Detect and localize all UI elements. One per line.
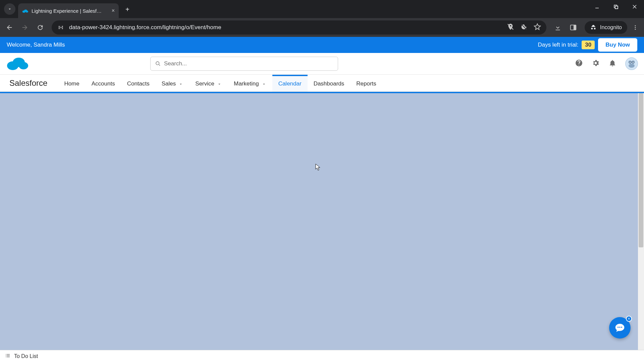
salesforce-favicon-icon: [22, 8, 28, 13]
location-blocked-icon[interactable]: [507, 23, 514, 32]
bookmark-star-icon[interactable]: [534, 23, 541, 32]
site-settings-icon[interactable]: [57, 24, 64, 31]
trial-banner: Welcome, Sandra Mills Days left in trial…: [0, 37, 644, 53]
chat-icon: [614, 322, 625, 333]
svg-rect-14: [574, 25, 576, 30]
nav-tab-label: Reports: [356, 80, 376, 87]
incognito-icon: [590, 24, 597, 31]
todo-list-label[interactable]: To Do List: [14, 353, 38, 359]
nav-tab-accounts[interactable]: Accounts: [86, 75, 121, 92]
browser-forward-button[interactable]: [18, 21, 32, 34]
nav-tab-label: Home: [64, 80, 79, 87]
browser-url: data-power-3424.lightning.force.com/ligh…: [69, 24, 502, 31]
todo-list-icon[interactable]: [5, 353, 11, 360]
window-maximize-button[interactable]: [606, 0, 625, 13]
window-close-button[interactable]: [625, 0, 644, 13]
tab-close-icon[interactable]: ×: [112, 8, 115, 14]
chat-fab-close-icon[interactable]: ×: [626, 316, 632, 322]
scrollbar-thumb[interactable]: [639, 93, 643, 247]
app-nav-bar: Salesforce HomeAccountsContactsSalesServ…: [0, 74, 644, 92]
mouse-cursor-icon: [315, 164, 321, 171]
user-avatar[interactable]: [625, 57, 638, 70]
browser-titlebar: Lightning Experience | Salesforc × +: [0, 0, 644, 18]
nav-tab-home[interactable]: Home: [58, 75, 85, 92]
nav-tab-label: Dashboards: [314, 80, 344, 87]
global-search-input[interactable]: Search...: [150, 57, 338, 71]
browser-reload-button[interactable]: [34, 21, 47, 34]
window-controls: [588, 0, 644, 13]
welcome-text: Welcome, Sandra Mills: [7, 42, 65, 48]
page-root: Welcome, Sandra Mills Days left in trial…: [0, 37, 644, 362]
svg-point-15: [635, 25, 636, 26]
incognito-indicator[interactable]: Incognito: [585, 21, 627, 34]
cookies-blocked-icon[interactable]: [520, 23, 528, 32]
global-search-placeholder: Search...: [164, 60, 187, 67]
svg-point-9: [62, 26, 63, 27]
utility-bar: To Do List: [0, 350, 644, 362]
trial-days-left-label: Days left in trial:: [538, 42, 578, 48]
chevron-down-icon[interactable]: [262, 81, 266, 86]
nav-tab-calendar[interactable]: Calendar: [272, 75, 308, 92]
search-icon: [155, 61, 161, 66]
svg-point-16: [635, 27, 636, 28]
svg-point-2: [26, 11, 29, 13]
browser-tab-title: Lightning Experience | Salesforc: [32, 8, 102, 14]
svg-point-17: [635, 29, 636, 30]
svg-point-25: [630, 62, 631, 63]
nav-tab-label: Accounts: [92, 80, 115, 87]
tab-search-button[interactable]: [4, 3, 15, 15]
svg-point-10: [62, 28, 63, 29]
notifications-bell-icon[interactable]: [608, 59, 616, 68]
downloads-button[interactable]: [551, 21, 565, 34]
window-minimize-button[interactable]: [588, 0, 606, 13]
browser-back-button[interactable]: [3, 21, 16, 34]
browser-tab[interactable]: Lightning Experience | Salesforc ×: [18, 3, 119, 18]
nav-tab-label: Service: [195, 80, 214, 87]
browser-menu-button[interactable]: [629, 24, 641, 31]
browser-omnibox[interactable]: data-power-3424.lightning.force.com/ligh…: [52, 20, 546, 35]
svg-point-20: [19, 62, 28, 69]
svg-rect-5: [615, 6, 618, 9]
nav-tab-sales[interactable]: Sales: [156, 75, 190, 92]
svg-point-26: [633, 62, 634, 63]
salesforce-logo-icon[interactable]: [6, 56, 29, 71]
vertical-scrollbar[interactable]: [638, 93, 644, 350]
main-canvas: ×: [0, 93, 644, 350]
nav-tab-label: Sales: [162, 80, 176, 87]
help-icon[interactable]: [575, 59, 583, 68]
nav-tab-label: Calendar: [278, 80, 302, 87]
setup-gear-icon[interactable]: [592, 59, 600, 68]
browser-toolbar: data-power-3424.lightning.force.com/ligh…: [0, 18, 644, 37]
side-panel-button[interactable]: [567, 21, 580, 34]
nav-tab-contacts[interactable]: Contacts: [121, 75, 156, 92]
nav-tab-label: Contacts: [127, 80, 150, 87]
nav-tab-service[interactable]: Service: [189, 75, 228, 92]
new-tab-button[interactable]: +: [125, 6, 129, 13]
nav-tab-reports[interactable]: Reports: [350, 75, 382, 92]
app-name: Salesforce: [9, 75, 47, 92]
chat-fab-button[interactable]: ×: [609, 317, 631, 339]
chevron-down-icon[interactable]: [217, 81, 222, 86]
trial-days-left-value: 30: [582, 41, 595, 49]
buy-now-button[interactable]: Buy Now: [598, 38, 637, 52]
nav-tab-label: Marketing: [234, 80, 259, 87]
chevron-down-icon[interactable]: [178, 81, 183, 86]
global-header: Search...: [0, 53, 644, 74]
svg-point-24: [629, 64, 635, 68]
nav-tab-marketing[interactable]: Marketing: [228, 75, 272, 92]
incognito-label: Incognito: [600, 24, 622, 31]
nav-tab-dashboards[interactable]: Dashboards: [308, 75, 351, 92]
